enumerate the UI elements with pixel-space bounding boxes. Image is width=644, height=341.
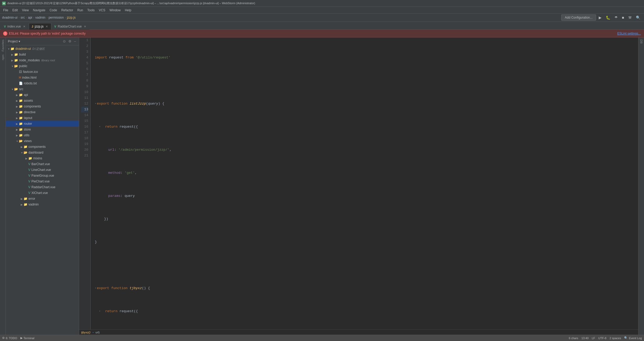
tab-close-jzzp-js[interactable]: ✕ — [45, 25, 48, 28]
sidebar-item-public[interactable]: ▾ 📂 public — [6, 63, 79, 69]
folder-icon-public: 📂 — [14, 64, 18, 68]
cursor-position[interactable]: 13:40 — [581, 337, 589, 340]
folder-icon-build: 📁 — [14, 53, 18, 56]
encoding[interactable]: UTF-8 — [598, 337, 606, 340]
sidebar-item-components[interactable]: ▶ 📁 components — [6, 104, 79, 109]
tree-label-utils: utils — [24, 133, 29, 137]
sidebar-item-piechart[interactable]: V PieChart.vue — [6, 178, 79, 184]
tree-label-dashboard: dashboard — [29, 151, 43, 154]
todo-panel-btn[interactable]: ⚙ 6: TODO — [2, 336, 17, 340]
favorites-panel-btn[interactable]: Favorites — [1, 39, 5, 52]
tree-arrow-directive: ▶ — [15, 111, 19, 114]
add-configuration-button[interactable]: Add Configuration... — [561, 14, 596, 21]
menu-tools[interactable]: Tools — [85, 8, 97, 13]
tab-jzzp-js[interactable]: J jzzp.js ✕ — [29, 23, 51, 30]
fold-arrow-11[interactable]: ▾ — [95, 285, 96, 291]
add-config-label: Add Configuration... — [565, 16, 592, 19]
sidebar-collapse-button[interactable]: – — [73, 39, 77, 44]
tab-raddar-chart-vue[interactable]: V RaddarChart.vue ✕ — [51, 23, 90, 30]
search-everywhere-button[interactable]: 🔍 — [634, 14, 642, 21]
sidebar-item-barchart[interactable]: V BarChart.vue — [6, 161, 79, 167]
tree-label-store: store — [24, 128, 31, 131]
menu-view[interactable]: View — [20, 8, 31, 13]
eslint-settings-link[interactable]: ESLint settings... — [617, 32, 641, 35]
sidebar-item-directive[interactable]: ▶ 📁 directive — [6, 109, 79, 115]
tree-arrow-assets: ▶ — [15, 99, 19, 102]
sidebar-item-error[interactable]: ▶ 📁 error — [6, 196, 79, 202]
sidebar-item-index-html[interactable]: H index.html — [6, 75, 79, 80]
sidebar-item-views-components[interactable]: ▶ 📁 components — [6, 144, 79, 150]
breadcrumb-src[interactable]: src — [21, 16, 25, 19]
sidebar-item-build[interactable]: ▶ 📁 build — [6, 52, 79, 57]
menu-help[interactable]: Help — [123, 8, 134, 13]
locate-file-button[interactable]: ⊙ — [62, 39, 67, 44]
sidebar-item-raddarchart[interactable]: V RaddarChart.vue — [6, 184, 79, 190]
sidebar-item-store[interactable]: ▶ 📁 store — [6, 127, 79, 132]
line-separator[interactable]: LF — [592, 337, 595, 340]
npm-panel-btn[interactable]: npm — [1, 53, 5, 61]
line-numbers: 1 2 3 4 5 6 7 8 9 10 11 12 13 14 15 16 1… — [79, 37, 91, 329]
code-editor[interactable]: import request from '@/utils/request' ▾ … — [91, 37, 638, 329]
menu-run[interactable]: Run — [75, 8, 85, 13]
sidebar-item-mixins[interactable]: ▶ 📁 mixins — [6, 155, 79, 161]
debug-button[interactable]: 🐛 — [604, 14, 612, 21]
menu-refactor[interactable]: Refactor — [59, 8, 75, 13]
run-button[interactable]: ▶ — [597, 14, 603, 21]
sidebar-item-xlchart[interactable]: V XlChart.vue — [6, 190, 79, 196]
sidebar-item-vadmin[interactable]: ▶ 📁 vadmin — [6, 202, 79, 207]
window-title: dvadmin-ui [D:\定做区\2019-2021年定做\1296Pyth… — [7, 1, 255, 5]
fold-arrow-4[interactable]: ▾ — [99, 124, 101, 130]
sidebar-item-dashboard[interactable]: ▾ 📂 dashboard — [6, 150, 79, 155]
stop-button[interactable]: ■ — [620, 14, 626, 21]
sidebar-item-panelgroup[interactable]: V PanelGroup.vue — [6, 173, 79, 178]
menu-code[interactable]: Code — [47, 8, 59, 13]
breadcrumb-permission[interactable]: permission — [48, 16, 64, 19]
indent-size[interactable]: 2 spaces — [609, 337, 621, 340]
sidebar-item-api[interactable]: ▶ 📁 api — [6, 92, 79, 98]
sidebar-item-robots[interactable]: 📄 robots.txt — [6, 80, 79, 86]
fold-arrow-12[interactable]: ▾ — [99, 308, 101, 314]
tab-index-vue[interactable]: V index.vue ✕ — [1, 23, 29, 30]
sidebar-item-linechart[interactable]: V LineChart.vue — [6, 167, 79, 173]
tree-arrow-api: ▶ — [15, 94, 19, 96]
database-panel-btn[interactable]: DB — [639, 39, 643, 45]
sidebar-item-layout[interactable]: ▶ 📁 layout — [6, 115, 79, 121]
breadcrumb-dvadmin-ui[interactable]: dvadmin-ui — [2, 16, 18, 19]
sidebar-item-router[interactable]: ▶ 📁 router — [6, 121, 79, 127]
menu-vcs[interactable]: VCS — [97, 8, 107, 13]
breadcrumb-api[interactable]: api — [28, 16, 32, 19]
menu-edit[interactable]: Edit — [10, 8, 20, 13]
sidebar-item-src[interactable]: ▾ 📂 src — [6, 86, 79, 92]
terminal-panel-btn[interactable]: ▶ Terminal — [20, 336, 35, 340]
code-container[interactable]: 1 2 3 4 5 6 7 8 9 10 11 12 13 14 15 16 1… — [79, 37, 638, 329]
tab-label-index-vue: index.vue — [7, 25, 21, 28]
tree-arrow-error: ▶ — [20, 197, 24, 200]
breadcrumb-file[interactable]: jzzp.js — [67, 16, 75, 19]
menu-navigate[interactable]: Navigate — [31, 8, 47, 13]
sidebar-item-dvadmin-ui[interactable]: ▾ 📁 dvadmin-ui D:\定做区 — [6, 46, 79, 52]
tree-label-src: src — [19, 87, 23, 91]
txt-icon-robots: 📄 — [19, 82, 23, 85]
tree-arrow-build: ▶ — [10, 53, 14, 56]
tree-arrow-views: ▾ — [15, 140, 19, 143]
menu-file[interactable]: File — [1, 8, 10, 13]
sidebar-settings-button[interactable]: ⚙ — [68, 39, 72, 44]
sidebar-item-utils[interactable]: ▶ 📁 utils — [6, 132, 79, 138]
sidebar-item-views[interactable]: ▾ 📂 views — [6, 138, 79, 144]
sidebar-item-node-modules[interactable]: ▶ 📁 node_modules library root — [6, 57, 79, 63]
html-icon-index: H — [19, 76, 21, 79]
sidebar-item-favicon[interactable]: 🖼 favicon.ico — [6, 69, 79, 75]
tab-close-raddar-chart-vue[interactable]: ✕ — [83, 25, 87, 28]
folder-icon-mixins: 📁 — [28, 156, 32, 160]
code-line-1: import request from '@/utils/request' — [94, 55, 638, 61]
fold-arrow-3[interactable]: ▾ — [95, 101, 96, 107]
run-with-coverage-button[interactable]: ☂ — [613, 14, 619, 21]
toolbar-right: Add Configuration... ▶ 🐛 ☂ ■ ⚒ 🔍 — [561, 14, 642, 21]
build-button[interactable]: ⚒ — [627, 14, 633, 21]
sidebar-item-assets[interactable]: ▶ 📁 assets — [6, 98, 79, 104]
event-log-btn[interactable]: 🔍 Event Log — [624, 336, 642, 340]
menu-window[interactable]: Window — [107, 8, 123, 13]
tab-close-index-vue[interactable]: ✕ — [23, 25, 26, 28]
tree-label-build: build — [19, 53, 26, 56]
breadcrumb-vadmin[interactable]: vadmin — [35, 16, 46, 19]
